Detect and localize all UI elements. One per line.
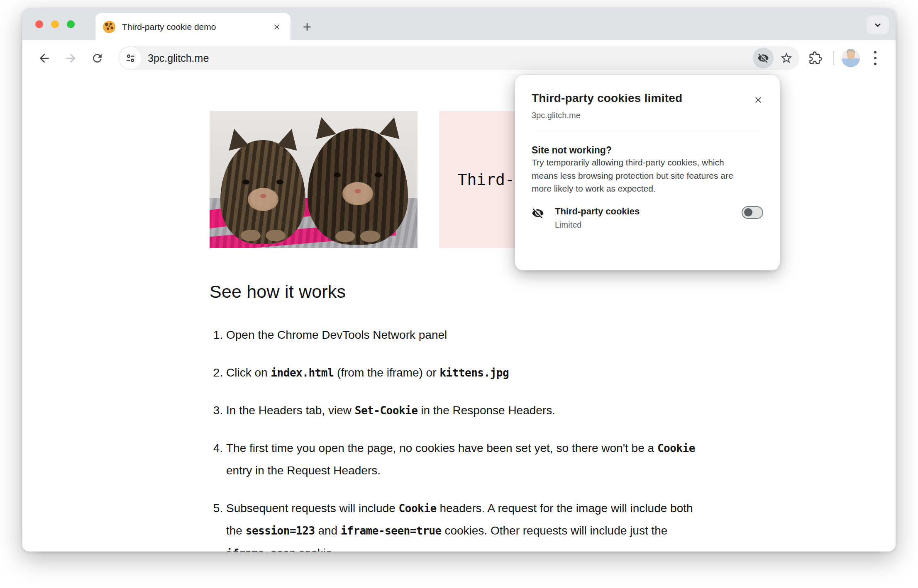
cookies-limited-popup: Third-party cookies limited 3pc.glitch.m… xyxy=(515,75,780,270)
bookmark-star-icon[interactable] xyxy=(777,49,796,68)
third-party-cookies-blocked-icon[interactable] xyxy=(753,48,774,68)
eye-off-icon xyxy=(532,207,544,219)
browser-tab[interactable]: Third-party cookie demo xyxy=(95,13,291,40)
forward-button[interactable] xyxy=(59,47,82,69)
list-item: Open the Chrome DevTools Network panel xyxy=(226,324,697,346)
popup-site: 3pc.glitch.me xyxy=(532,111,763,120)
maximize-window-button[interactable] xyxy=(67,20,75,28)
url-text[interactable]: 3pc.glitch.me xyxy=(148,52,753,64)
tab-close-icon[interactable] xyxy=(271,21,283,33)
profile-avatar[interactable] xyxy=(842,49,860,67)
popup-section-title: Site not working? xyxy=(532,145,763,156)
browser-toolbar: 3pc.glitch.me xyxy=(22,40,896,76)
list-item: Click on index.html (from the iframe) or… xyxy=(226,362,697,384)
toggle-knob xyxy=(744,208,752,216)
new-tab-button[interactable] xyxy=(299,19,315,35)
popup-close-icon[interactable] xyxy=(751,92,766,107)
address-bar[interactable]: 3pc.glitch.me xyxy=(118,46,799,70)
browser-menu-button[interactable] xyxy=(866,49,885,68)
browser-window: Third-party cookie demo xyxy=(22,8,896,552)
toolbar-divider xyxy=(833,51,834,65)
kittens-photo xyxy=(210,111,417,248)
kebab-menu-icon xyxy=(874,51,876,65)
extensions-puzzle-icon[interactable] xyxy=(805,48,826,68)
popup-body-line: Try temporarily allowing third-party coo… xyxy=(532,156,763,169)
tab-search-chevron-button[interactable] xyxy=(867,15,889,34)
tab-strip: Third-party cookie demo xyxy=(22,8,896,40)
third-party-cookies-toggle[interactable] xyxy=(742,206,763,219)
popup-title: Third-party cookies limited xyxy=(532,92,763,105)
list-item: In the Headers tab, view Set-Cookie in t… xyxy=(226,399,697,422)
cookie-favicon-icon xyxy=(103,21,115,33)
list-item: Subsequent requests will include Cookie … xyxy=(226,497,697,552)
steps-list: Open the Chrome DevTools Network panelCl… xyxy=(210,324,697,552)
toggle-status: Limited xyxy=(555,220,640,230)
window-controls xyxy=(35,20,75,28)
list-item: The first time you open the page, no coo… xyxy=(226,437,697,482)
minimize-window-button[interactable] xyxy=(51,20,59,28)
toggle-label: Third-party cookies xyxy=(555,206,640,217)
close-window-button[interactable] xyxy=(35,20,43,28)
page-heading: See how it works xyxy=(210,282,346,302)
back-button[interactable] xyxy=(33,47,55,69)
popup-body-line: means less browsing protection but site … xyxy=(532,169,763,182)
reload-button[interactable] xyxy=(86,47,108,69)
popup-body-line: more likely to work as expected. xyxy=(532,182,763,195)
tab-title: Third-party cookie demo xyxy=(122,22,271,32)
site-settings-icon[interactable] xyxy=(120,47,141,69)
popup-divider xyxy=(532,132,763,132)
